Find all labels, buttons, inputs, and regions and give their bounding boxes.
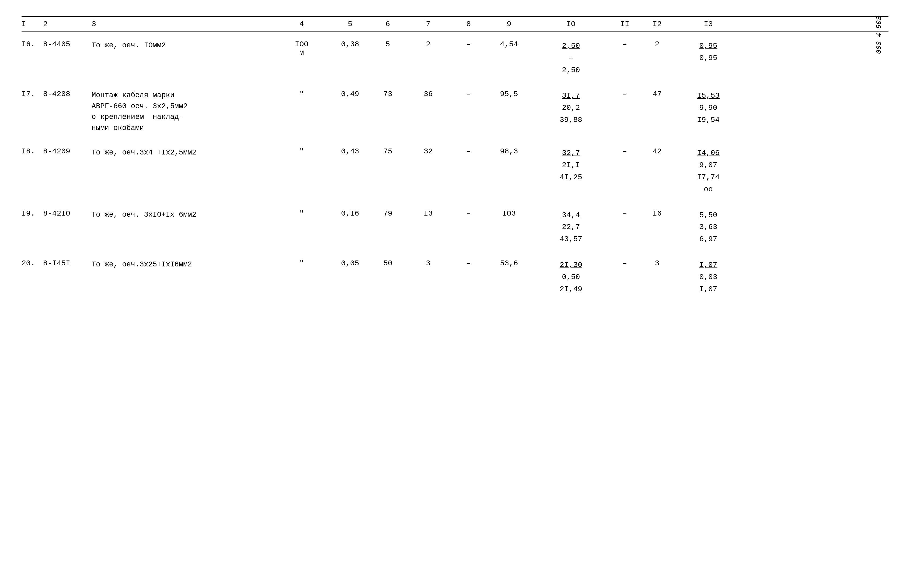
row-col4: " bbox=[275, 90, 329, 98]
row-code: 8-I45I bbox=[43, 259, 92, 268]
page-number-label: 003-4-503 bbox=[875, 16, 883, 54]
row-col9: 98,3 bbox=[485, 147, 533, 155]
row-col13: 5,503,636,97 bbox=[673, 209, 743, 246]
row-col12: 47 bbox=[641, 90, 673, 98]
row-col12: 2 bbox=[641, 40, 673, 48]
row-col13: I5,539,90I9,54 bbox=[673, 90, 743, 126]
row-col8: – bbox=[452, 259, 485, 268]
header-col9: 9 bbox=[485, 20, 533, 28]
row-col11: – bbox=[609, 40, 641, 48]
row-col6: 50 bbox=[372, 259, 404, 268]
table-row: I8.8-4209То же, оеч.3х4 +Iх2,5мм2"0,4375… bbox=[21, 139, 889, 201]
header-col1: I bbox=[21, 20, 43, 28]
row-col5: 0,I6 bbox=[329, 209, 372, 218]
page-container: 003-4-503 I 2 3 4 5 6 7 8 9 IO II I2 I3 … bbox=[21, 16, 889, 301]
header-col7: 7 bbox=[404, 20, 452, 28]
row-description: То же, оеч.3х4 +Iх2,5мм2 bbox=[92, 147, 275, 158]
row-code: 8-4405 bbox=[43, 40, 92, 48]
row-id: I9. bbox=[21, 209, 43, 218]
row-col9: 53,6 bbox=[485, 259, 533, 268]
row-description: Монтаж кабеля марки АВРГ-660 оеч. 3х2,5м… bbox=[92, 90, 275, 134]
header-col12: I2 bbox=[641, 20, 673, 28]
row-col13: 0,950,95 bbox=[673, 40, 743, 64]
row-col7: 32 bbox=[404, 147, 452, 155]
row-col6: 79 bbox=[372, 209, 404, 218]
row-col4: " bbox=[275, 259, 329, 268]
table-body: I6.8-4405То же, оеч. IOмм2IOO м0,3852–4,… bbox=[21, 32, 889, 301]
row-col12: 3 bbox=[641, 259, 673, 268]
row-code: 8-4209 bbox=[43, 147, 92, 155]
row-col7: I3 bbox=[404, 209, 452, 218]
header-col2: 2 bbox=[43, 20, 92, 28]
row-col6: 73 bbox=[372, 90, 404, 98]
row-col9: IO3 bbox=[485, 209, 533, 218]
row-col9: 95,5 bbox=[485, 90, 533, 98]
row-description: То же, оеч. 3хIO+Iх 6мм2 bbox=[92, 209, 275, 220]
row-col11: – bbox=[609, 209, 641, 218]
row-col13: I,070,03I,07 bbox=[673, 259, 743, 295]
row-col12: I6 bbox=[641, 209, 673, 218]
row-col9: 4,54 bbox=[485, 40, 533, 48]
row-col8: – bbox=[452, 90, 485, 98]
row-id: 20. bbox=[21, 259, 43, 268]
row-col10: 32,72I,I4I,25 bbox=[533, 147, 609, 183]
row-description: То же, оеч. IOмм2 bbox=[92, 40, 275, 51]
row-col8: – bbox=[452, 147, 485, 155]
row-code: 8-42IO bbox=[43, 209, 92, 218]
row-id: I6. bbox=[21, 40, 43, 48]
row-col4: IOO м bbox=[275, 40, 329, 57]
row-col10: 34,422,743,57 bbox=[533, 209, 609, 246]
table-row: 20.8-I45IТо же, оеч.3х25+IхI6мм2"0,05503… bbox=[21, 251, 889, 301]
table-row: I9.8-42IOТо же, оеч. 3хIO+Iх 6мм2"0,I679… bbox=[21, 201, 889, 251]
row-col5: 0,38 bbox=[329, 40, 372, 48]
column-headers: I 2 3 4 5 6 7 8 9 IO II I2 I3 bbox=[21, 17, 889, 32]
table-row: I6.8-4405То же, оеч. IOмм2IOO м0,3852–4,… bbox=[21, 32, 889, 82]
row-col4: " bbox=[275, 209, 329, 218]
row-col5: 0,49 bbox=[329, 90, 372, 98]
table-row: I7.8-4208Монтаж кабеля марки АВРГ-660 ое… bbox=[21, 82, 889, 139]
row-col11: – bbox=[609, 259, 641, 268]
row-col6: 5 bbox=[372, 40, 404, 48]
header-col3: 3 bbox=[92, 20, 275, 28]
row-col5: 0,05 bbox=[329, 259, 372, 268]
header-col6: 6 bbox=[372, 20, 404, 28]
row-description: То же, оеч.3х25+IхI6мм2 bbox=[92, 259, 275, 270]
row-col11: – bbox=[609, 147, 641, 155]
header-col11: II bbox=[609, 20, 641, 28]
row-col6: 75 bbox=[372, 147, 404, 155]
row-col7: 3 bbox=[404, 259, 452, 268]
row-col7: 36 bbox=[404, 90, 452, 98]
row-id: I7. bbox=[21, 90, 43, 98]
row-id: I8. bbox=[21, 147, 43, 155]
row-col10: 2I,300,502I,49 bbox=[533, 259, 609, 295]
row-col10: 3I,720,239,88 bbox=[533, 90, 609, 126]
header-col4: 4 bbox=[275, 20, 329, 28]
row-col7: 2 bbox=[404, 40, 452, 48]
header-col8: 8 bbox=[452, 20, 485, 28]
header-col13: I3 bbox=[673, 20, 743, 28]
row-code: 8-4208 bbox=[43, 90, 92, 98]
row-col4: " bbox=[275, 147, 329, 155]
row-col5: 0,43 bbox=[329, 147, 372, 155]
row-col8: – bbox=[452, 209, 485, 218]
header-col5: 5 bbox=[329, 20, 372, 28]
row-col13: I4,069,07I7,74оо bbox=[673, 147, 743, 195]
row-col10: 2,50–2,50 bbox=[533, 40, 609, 76]
row-col12: 42 bbox=[641, 147, 673, 155]
row-col8: – bbox=[452, 40, 485, 48]
row-col11: – bbox=[609, 90, 641, 98]
header-col10: IO bbox=[533, 20, 609, 28]
